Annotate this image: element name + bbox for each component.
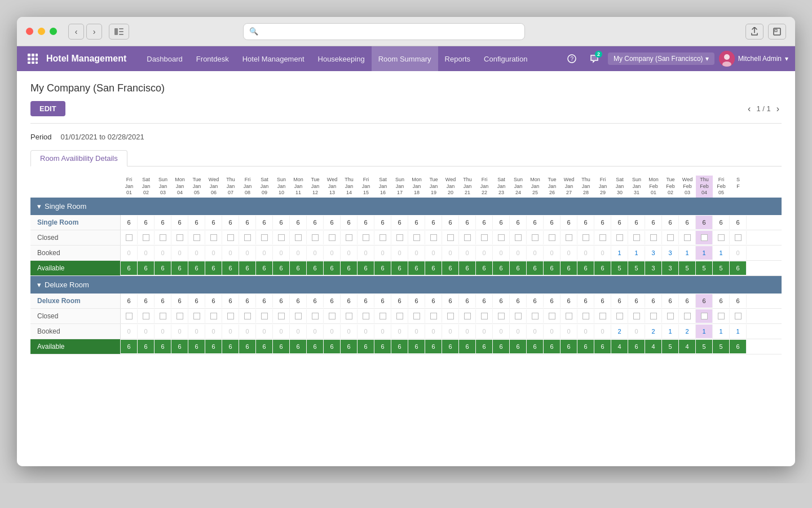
closed-checkbox-cell[interactable] [155,309,171,323]
closed-checkbox[interactable] [447,313,454,319]
closed-checkbox[interactable] [430,313,437,319]
closed-checkbox[interactable] [244,313,251,319]
back-button[interactable]: ‹ [68,24,84,40]
closed-checkbox-cell[interactable] [239,231,256,244]
closed-checkbox[interactable] [278,313,285,319]
closed-checkbox[interactable] [515,234,522,241]
closed-checkbox-cell[interactable] [713,309,730,323]
closed-checkbox-cell[interactable] [645,231,662,244]
closed-checkbox-cell[interactable] [510,231,527,244]
closed-checkbox[interactable] [261,234,268,241]
closed-checkbox[interactable] [261,313,268,319]
closed-checkbox-cell[interactable] [425,309,442,323]
booked-cell[interactable]: 1 [713,325,730,338]
tab-room-availability[interactable]: Room Availibility Details [30,150,127,167]
maximize-button[interactable] [50,28,57,35]
closed-checkbox-cell[interactable] [290,309,307,323]
closed-checkbox[interactable] [735,234,742,241]
closed-checkbox-cell[interactable] [239,309,256,323]
share-button[interactable] [745,24,764,40]
room-name-label[interactable]: Single Room [30,215,121,230]
closed-checkbox-cell[interactable] [713,231,730,244]
closed-checkbox-cell[interactable] [391,309,408,323]
closed-checkbox[interactable] [464,313,471,319]
closed-checkbox-cell[interactable] [155,231,171,244]
booked-cell[interactable]: 1 [662,325,679,338]
company-selector[interactable]: My Company (San Francisco) ▾ [608,52,714,65]
closed-checkbox[interactable] [278,234,285,241]
closed-checkbox-cell[interactable] [121,309,138,323]
closed-checkbox-cell[interactable] [205,309,222,323]
help-icon[interactable]: ? [563,50,581,68]
closed-checkbox[interactable] [210,313,217,319]
closed-checkbox[interactable] [532,313,539,319]
closed-checkbox-cell[interactable] [476,309,493,323]
closed-checkbox[interactable] [379,313,386,319]
closed-checkbox[interactable] [295,313,302,319]
closed-checkbox-cell[interactable] [324,231,341,244]
closed-checkbox[interactable] [413,234,420,241]
closed-checkbox[interactable] [329,234,336,241]
closed-checkbox[interactable] [464,234,471,241]
closed-checkbox[interactable] [667,234,674,241]
closed-checkbox[interactable] [616,313,623,319]
closed-checkbox-cell[interactable] [476,231,493,244]
closed-checkbox-cell[interactable] [273,231,290,244]
nav-item-hotel-management[interactable]: Hotel Management [236,46,311,71]
booked-cell[interactable]: 2 [611,325,628,338]
closed-checkbox-cell[interactable] [121,231,138,244]
closed-checkbox-cell[interactable] [307,309,324,323]
closed-checkbox-cell[interactable] [611,231,628,244]
closed-checkbox[interactable] [295,234,302,241]
nav-item-room-summary[interactable]: Room Summary [372,46,438,71]
search-bar[interactable]: 🔍 [243,23,525,40]
closed-checkbox[interactable] [126,313,133,319]
booked-cell[interactable]: 1 [611,246,628,260]
closed-checkbox[interactable] [363,234,369,241]
closed-checkbox[interactable] [447,234,454,241]
closed-checkbox[interactable] [481,234,488,241]
group-header-deluxe_room[interactable]: ▾ Deluxe Room [30,276,782,294]
closed-checkbox-cell[interactable] [493,231,510,244]
closed-checkbox[interactable] [599,313,606,319]
closed-checkbox[interactable] [193,313,200,319]
closed-checkbox[interactable] [143,234,149,241]
closed-checkbox-cell[interactable] [222,231,239,244]
closed-checkbox[interactable] [701,313,708,319]
nav-item-reports[interactable]: Reports [438,46,478,71]
closed-checkbox-cell[interactable] [544,309,561,323]
booked-cell[interactable]: 1 [713,246,730,260]
closed-checkbox-cell[interactable] [594,309,611,323]
closed-checkbox-cell[interactable] [171,309,188,323]
closed-checkbox[interactable] [143,313,149,319]
closed-checkbox-cell[interactable] [341,309,358,323]
closed-checkbox[interactable] [413,313,420,319]
closed-checkbox-cell[interactable] [442,309,459,323]
closed-checkbox-cell[interactable] [459,231,476,244]
closed-checkbox[interactable] [430,234,437,241]
fullscreen-button[interactable] [768,24,786,40]
closed-checkbox-cell[interactable] [493,309,510,323]
closed-checkbox-cell[interactable] [205,231,222,244]
closed-checkbox-cell[interactable] [527,309,544,323]
closed-checkbox[interactable] [616,234,623,241]
closed-checkbox-cell[interactable] [138,231,155,244]
nav-item-frontdesk[interactable]: Frontdesk [189,46,236,71]
closed-checkbox[interactable] [363,313,369,319]
edit-button[interactable]: EDIT [30,101,65,116]
closed-checkbox-cell[interactable] [171,231,188,244]
closed-checkbox-cell[interactable] [459,309,476,323]
closed-checkbox[interactable] [684,234,691,241]
closed-checkbox-cell[interactable] [358,309,374,323]
closed-checkbox-cell[interactable] [696,309,713,323]
user-info[interactable]: Mitchell Admin ▾ [719,51,788,67]
closed-checkbox-cell[interactable] [577,309,594,323]
closed-checkbox[interactable] [718,313,725,319]
closed-checkbox[interactable] [633,313,640,319]
closed-checkbox-cell[interactable] [408,309,425,323]
closed-checkbox[interactable] [599,234,606,241]
closed-checkbox[interactable] [582,313,589,319]
closed-checkbox[interactable] [735,313,742,319]
closed-checkbox[interactable] [532,234,539,241]
closed-checkbox[interactable] [650,313,657,319]
